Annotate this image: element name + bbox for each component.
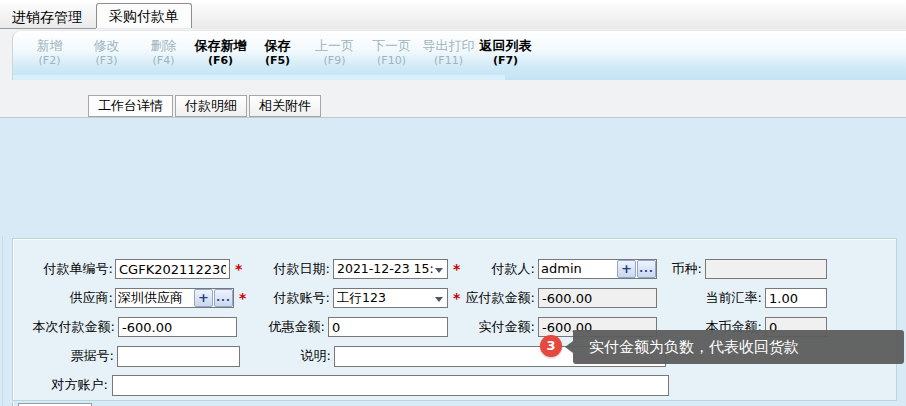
payer-label: 付款人:: [487, 259, 535, 279]
pay-date-label: 付款日期:: [266, 259, 330, 279]
main-toolbar: 新增 (F2) 修改 (F3) 删除 (F4) 保存新增 (F6) 保存 (F5…: [12, 30, 906, 80]
form-tab-bar: 工作台详情 付款明细 相关附件: [88, 95, 323, 117]
window-tab-bar: 进销存管理 采购付款单: [0, 0, 906, 29]
discount-amount-label: 优惠金额:: [261, 317, 325, 337]
pay-date-required: *: [453, 259, 460, 279]
save-button[interactable]: 保存 (F5): [249, 31, 306, 80]
plus-button[interactable]: +: [617, 260, 636, 278]
discount-amount-input[interactable]: [328, 317, 448, 337]
pay-account-label: 付款账号:: [266, 288, 330, 308]
tab-payment-detail[interactable]: 付款明细: [175, 95, 247, 117]
ellipsis-button[interactable]: ...: [214, 289, 233, 307]
purchase-payment-screen: 进销存管理 采购付款单 新增 (F2) 修改 (F3) 删除 (F4) 保存新增…: [0, 0, 906, 406]
chevron-down-icon: [435, 268, 443, 273]
doc-no-input[interactable]: [115, 259, 230, 279]
pay-account-combobox[interactable]: 工行123: [333, 288, 448, 308]
back-to-list-button[interactable]: 返回列表 (F7): [477, 31, 534, 80]
exchange-rate-label: 当前汇率:: [700, 288, 762, 308]
supplier-label: 供应商:: [63, 288, 113, 308]
prev-page-button[interactable]: 上一页 (F9): [306, 31, 363, 80]
exchange-rate-input[interactable]: [765, 288, 827, 308]
tab-inventory-management[interactable]: 进销存管理: [4, 7, 90, 28]
payable-amount-input: [538, 288, 657, 308]
tab-workbench-detail[interactable]: 工作台详情: [88, 95, 173, 117]
currency-label: 币种:: [660, 259, 702, 279]
supplier-required: *: [239, 288, 246, 308]
tab-purchase-payment[interactable]: 采购付款单: [96, 3, 192, 28]
tab-related-attachments[interactable]: 相关附件: [249, 95, 321, 117]
payable-amount-label: 应付款金额:: [460, 288, 535, 308]
edit-button[interactable]: 修改 (F3): [78, 31, 135, 80]
payer-field[interactable]: admin + ...: [538, 259, 657, 279]
doc-no-required: *: [235, 259, 242, 279]
left-edge-line: [2, 236, 3, 406]
bill-no-input[interactable]: [117, 346, 240, 367]
ellipsis-button[interactable]: ...: [637, 260, 656, 278]
current-pay-amount-label: 本次付款金额:: [19, 317, 115, 337]
plus-button[interactable]: +: [194, 289, 213, 307]
supplier-field[interactable]: 深圳供应商 + ...: [115, 288, 234, 308]
content-area: 付款单编号: * 付款日期: 2021-12-23 15: * 付款人: adm…: [0, 117, 906, 406]
tab-baseline: [0, 28, 96, 29]
doc-no-label: 付款单编号:: [33, 259, 113, 279]
export-print-button[interactable]: 导出打印 (F11): [420, 31, 477, 80]
annotation-badge-3: 3: [540, 335, 562, 357]
bill-no-label: 票据号:: [62, 346, 114, 366]
actual-amount-label: 实付金额:: [471, 317, 535, 337]
delete-button[interactable]: 删除 (F4): [135, 31, 192, 80]
counterparty-account-label: 对方账户:: [50, 375, 108, 395]
save-new-button[interactable]: 保存新增 (F6): [192, 31, 249, 80]
negative-amount-tooltip: 实付金额为负数，代表收回货款: [573, 330, 904, 364]
current-pay-amount-input[interactable]: [118, 317, 237, 337]
currency-input: [705, 259, 827, 279]
next-page-button[interactable]: 下一页 (F10): [363, 31, 420, 80]
chevron-down-icon: [435, 297, 443, 302]
pay-date-combobox[interactable]: 2021-12-23 15:: [333, 259, 448, 279]
note-label: 说明:: [293, 346, 331, 366]
new-button[interactable]: 新增 (F2): [21, 31, 78, 80]
counterparty-account-input[interactable]: [112, 375, 669, 396]
